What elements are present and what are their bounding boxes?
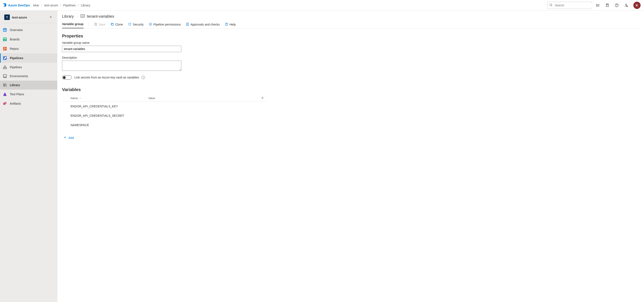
pipeline-permissions-button[interactable]: Pipeline permissions (149, 21, 181, 28)
properties-heading: Properties (62, 34, 639, 38)
sidebar: T test-azure Overview Boards (0, 11, 57, 302)
svg-rect-34 (95, 23, 96, 24)
svg-rect-35 (95, 24, 96, 25)
sidebar-item-artifacts[interactable]: Artifacts (0, 99, 57, 108)
sidebar-sub-library[interactable]: Library (0, 81, 57, 90)
svg-rect-15 (4, 30, 4, 31)
sidebar-item-pipelines[interactable]: Pipelines (0, 53, 57, 63)
tab-variable-group[interactable]: Variable group (62, 21, 84, 28)
col-header-name-text: Name (70, 97, 78, 100)
variable-group-icon: (x) (80, 14, 85, 19)
approvals-checks-label: Approvals and checks (190, 23, 220, 26)
boards-icon (2, 37, 7, 42)
breadcrumb-area[interactable]: Pipelines (63, 3, 76, 7)
breadcrumb-sep: / (60, 3, 61, 7)
security-button[interactable]: Security (128, 21, 144, 28)
marketplace-icon[interactable] (604, 2, 611, 9)
breadcrumb-library[interactable]: Library (62, 14, 74, 19)
svg-point-0 (550, 4, 552, 6)
pipelines-icon (2, 56, 7, 60)
brand-name: Azure DevOps (8, 3, 30, 7)
global-search[interactable] (547, 2, 592, 9)
sidebar-item-label: Boards (10, 38, 20, 41)
keyvault-toggle[interactable] (62, 75, 72, 80)
info-icon[interactable]: i (142, 76, 145, 79)
avatar-initial: K (636, 3, 638, 7)
shield-check-icon (149, 22, 152, 27)
svg-point-10 (626, 4, 626, 5)
sidebar-sub-pipelines[interactable]: Pipelines (0, 63, 57, 72)
col-header-name[interactable]: Name ↑ (62, 95, 140, 102)
sidebar-item-overview[interactable]: Overview (0, 25, 57, 35)
sidebar-sub-label: Environments (10, 74, 28, 78)
project-header[interactable]: T test-azure (2, 13, 56, 23)
add-label: Add (68, 136, 74, 140)
svg-line-1 (552, 5, 552, 6)
page-title: tenant-variables (87, 14, 114, 19)
sidebar-item-label: Test Plans (10, 93, 24, 96)
clone-icon (110, 22, 114, 27)
table-row[interactable]: ENDOR_API_CREDENTIALS_SECRET (62, 111, 266, 120)
sidebar-item-label: Repos (10, 47, 19, 50)
clone-button[interactable]: Clone (110, 21, 123, 28)
azure-devops-logo-link[interactable]: Azure DevOps (2, 2, 30, 8)
breadcrumb-sep: / (78, 3, 79, 7)
help-icon[interactable] (613, 2, 620, 9)
project-badge: T (4, 14, 10, 20)
sidebar-item-label: Pipelines (10, 56, 24, 60)
vg-desc-label: Description (62, 56, 639, 59)
col-header-lock (258, 95, 266, 102)
environments-icon (2, 74, 7, 78)
security-label: Security (133, 23, 144, 26)
search-input[interactable] (554, 3, 592, 7)
save-button: Save (94, 21, 106, 28)
search-icon (549, 3, 552, 7)
new-item-button[interactable] (49, 15, 52, 19)
svg-rect-29 (4, 93, 6, 93)
sidebar-item-label: Overview (10, 28, 22, 32)
breadcrumb-project[interactable]: test-azure (44, 3, 58, 7)
sidebar-item-test-plans[interactable]: Test Plans (0, 90, 57, 99)
sidebar-sub-environments[interactable]: Environments (0, 72, 57, 81)
svg-rect-37 (186, 23, 189, 25)
var-value (140, 111, 258, 120)
breadcrumb-org[interactable]: kkar (34, 3, 39, 7)
svg-rect-16 (5, 29, 5, 31)
col-header-value-text: Value (148, 97, 155, 100)
svg-text:(x): (x) (82, 15, 84, 17)
breadcrumb-page[interactable]: Library (81, 3, 90, 7)
vg-desc-input[interactable] (62, 61, 181, 71)
sidebar-item-repos[interactable]: Repos (0, 44, 57, 53)
user-avatar[interactable]: K (633, 2, 640, 9)
plus-icon (63, 136, 67, 140)
toggle-knob (63, 76, 66, 79)
var-value (140, 120, 258, 130)
help-button[interactable]: Help (225, 21, 236, 28)
page-breadcrumb: Library (x) tenant-variables (62, 14, 639, 19)
svg-point-5 (596, 5, 597, 5)
library-icon (2, 83, 7, 87)
add-variable-button[interactable]: Add (63, 136, 74, 140)
sidebar-item-boards[interactable]: Boards (0, 35, 57, 44)
test-plans-icon (2, 92, 7, 97)
approvals-checks-button[interactable]: Approvals and checks (186, 21, 220, 28)
var-name: ENDOR_API_CREDENTIALS_SECRET (62, 111, 140, 120)
checklist-icon (186, 22, 189, 27)
vg-name-input[interactable] (62, 46, 181, 52)
save-label: Save (99, 23, 106, 26)
svg-rect-31 (4, 102, 6, 104)
table-row[interactable]: ENDOR_API_CREDENTIALS_KEY (62, 102, 266, 111)
svg-rect-28 (4, 75, 6, 77)
col-header-value[interactable]: Value (140, 95, 258, 102)
vg-name-label: Variable group name (62, 41, 639, 44)
variables-table: Name ↑ Value ENDOR_API_CREDENTIALS_KEY (62, 95, 266, 130)
svg-point-23 (4, 49, 5, 50)
table-row[interactable]: NAMESPACE (62, 120, 266, 130)
settings-icon[interactable] (623, 2, 630, 9)
overview-icon (2, 28, 7, 32)
project-initial: T (6, 16, 8, 19)
svg-point-3 (596, 4, 597, 4)
help-label: Help (230, 23, 236, 26)
work-items-icon[interactable] (594, 2, 602, 9)
lock-icon (261, 97, 264, 100)
